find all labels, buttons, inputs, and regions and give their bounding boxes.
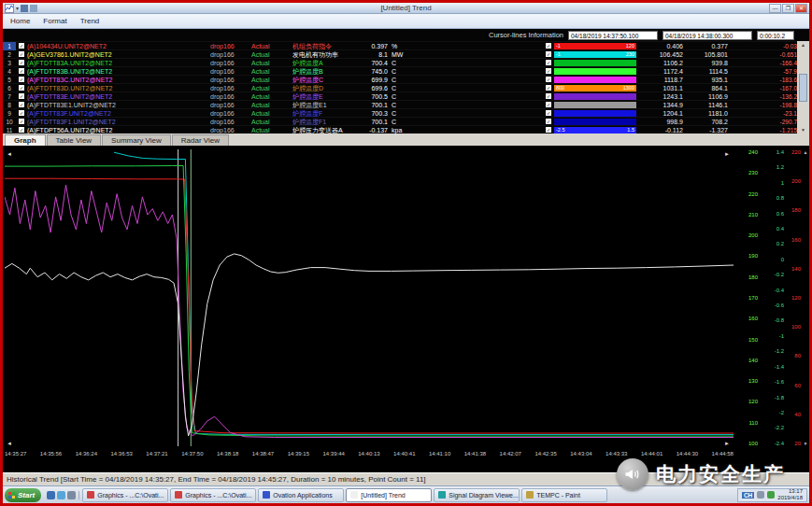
- minimize-button[interactable]: —: [769, 4, 781, 13]
- table-row[interactable]: 11✓(A)FTDPT56A.UNIT2@NET2drop166Actual炉膛…: [3, 125, 809, 134]
- y-tick: 230: [748, 170, 758, 176]
- scroll-down-icon[interactable]: ▼: [801, 127, 805, 133]
- tab-radar-view[interactable]: Radar View: [172, 134, 229, 146]
- table-row[interactable]: 2✓(A)GEV37861.UNIT2@NET2drop166Actual发电机…: [3, 49, 809, 58]
- taskbar-button[interactable]: Graphics - ...C:\Ovati...: [170, 488, 256, 502]
- mode-label: Actual: [251, 76, 292, 84]
- color-swatch[interactable]: [554, 77, 636, 83]
- x-axis-ticks: 14:35:2714:35:5614:36:2414:36:5314:37:21…: [5, 451, 734, 457]
- tab-table-view[interactable]: Table View: [47, 134, 102, 146]
- table-row[interactable]: 1✓(A)104434U.UNIT2@NET2drop166Actual机组负荷…: [3, 41, 809, 49]
- window-title: [Untitled] Trend: [3, 4, 809, 12]
- chart-scrollbar[interactable]: ▲ ▼: [803, 149, 808, 446]
- chevron-down-icon[interactable]: ▾: [16, 5, 19, 11]
- cursor-time-1-field[interactable]: 04/18/2019 14:37:50.100: [568, 31, 658, 40]
- y-tick: 120: [791, 295, 801, 301]
- color-swatch[interactable]: [554, 119, 636, 125]
- color-swatch[interactable]: [554, 68, 636, 75]
- table-row[interactable]: 6✓(A)FTDTT83D.UNIT2@NET2drop166Actual炉膛温…: [3, 83, 809, 91]
- menu-format[interactable]: Format: [43, 17, 66, 25]
- scroll-right-icon[interactable]: ►: [724, 151, 730, 157]
- scroll-up-icon[interactable]: ▲: [804, 149, 808, 155]
- quick-launch-icon-2[interactable]: [57, 491, 65, 499]
- row-checkbox[interactable]: ✓: [16, 127, 27, 133]
- table-scrollbar[interactable]: ▲ ▼: [797, 41, 809, 134]
- color-swatch[interactable]: [554, 102, 636, 108]
- start-button[interactable]: Start: [5, 488, 41, 502]
- plot-checkbox[interactable]: ✓: [543, 110, 554, 116]
- watermark: 电力安全生产: [617, 458, 785, 490]
- table-row[interactable]: 5✓(A)FTDTT83C.UNIT2@NET2drop166Actual炉膛温…: [3, 75, 809, 83]
- y-tick: 200: [748, 232, 758, 238]
- plot-checkbox[interactable]: ✓: [543, 93, 554, 99]
- color-swatch[interactable]: [554, 110, 636, 117]
- table-row[interactable]: 9✓(A)FTDTT83F.UNIT2@NET2drop166Actual炉膛温…: [3, 108, 809, 117]
- row-checkbox[interactable]: ✓: [16, 77, 27, 82]
- color-swatch[interactable]: -1120: [554, 43, 636, 49]
- quick-launch-icon-1[interactable]: [47, 491, 55, 499]
- color-swatch[interactable]: -2.51.5: [554, 127, 636, 134]
- table-row[interactable]: 8✓(A)FTDTT83E1.UNIT2@NET2drop166Actual炉膛…: [3, 100, 809, 108]
- row-checkbox[interactable]: ✓: [16, 119, 27, 124]
- row-checkbox[interactable]: ✓: [16, 85, 27, 91]
- scroll-left-icon[interactable]: ◄: [7, 441, 12, 446]
- color-swatch[interactable]: [554, 93, 636, 100]
- plot-checkbox[interactable]: ✓: [543, 51, 554, 57]
- restore-button[interactable]: ❐: [782, 4, 794, 13]
- row-checkbox[interactable]: ✓: [16, 110, 27, 116]
- row-checkbox[interactable]: ✓: [16, 102, 27, 107]
- row-checkbox[interactable]: ✓: [16, 68, 27, 74]
- menu-home[interactable]: Home: [10, 17, 30, 25]
- tab-graph[interactable]: Graph: [5, 134, 46, 146]
- y-tick: 0.6: [776, 211, 784, 217]
- row-number: 2: [3, 50, 16, 59]
- scrollbar-thumb[interactable]: [799, 74, 807, 102]
- print-icon[interactable]: [30, 5, 37, 12]
- color-swatch[interactable]: 8001300: [554, 85, 636, 91]
- row-checkbox[interactable]: ✓: [16, 60, 27, 65]
- scroll-down-icon[interactable]: ▼: [804, 441, 808, 446]
- quick-launch-icon-3[interactable]: [67, 491, 76, 499]
- point-description: 炉膛温度D: [292, 84, 350, 92]
- tray-icon-1[interactable]: [757, 491, 764, 499]
- plot-checkbox[interactable]: ✓: [543, 77, 554, 82]
- table-row[interactable]: 4✓(A)FTDTT83B.UNIT2@NET2drop166Actual炉膛温…: [3, 66, 809, 75]
- plot-checkbox[interactable]: ✓: [543, 127, 554, 133]
- point-value: 8.1: [350, 50, 388, 59]
- trend-plot[interactable]: [5, 149, 734, 446]
- taskbar-button[interactable]: TEMPC - Paint: [521, 488, 607, 502]
- table-row[interactable]: 10✓(A)FTDTT83F1.UNIT2@NET2drop166Actual炉…: [3, 117, 809, 125]
- scroll-left-icon[interactable]: ◄: [7, 151, 12, 157]
- menu-trend[interactable]: Trend: [80, 17, 100, 25]
- cursor-time-2-field[interactable]: 04/18/2019 14:38:00.300: [662, 31, 752, 40]
- table-row[interactable]: 3✓(A)FTDTT83A.UNIT2@NET2drop166Actual炉膛温…: [3, 58, 809, 66]
- drop-label: drop166: [210, 67, 251, 76]
- plot-checkbox[interactable]: ✓: [543, 85, 554, 91]
- save-icon[interactable]: [21, 5, 28, 12]
- taskbar-button[interactable]: Signal Diagram Viewe...: [434, 488, 520, 502]
- table-row[interactable]: 7✓(A)FTDTT83E.UNIT2@NET2drop166Actual炉膛温…: [3, 91, 809, 100]
- delta-value: -57.9: [758, 67, 797, 76]
- tab-summary-view[interactable]: Summary View: [102, 134, 171, 146]
- point-unit: C: [388, 92, 414, 101]
- language-indicator[interactable]: CH: [742, 492, 754, 499]
- point-unit: kpa: [388, 126, 414, 134]
- color-swatch[interactable]: -1230: [554, 51, 636, 58]
- scroll-up-icon[interactable]: ▲: [801, 42, 805, 48]
- tray-icon-2[interactable]: [767, 491, 775, 499]
- close-button[interactable]: ✕: [795, 4, 807, 13]
- plot-checkbox[interactable]: ✓: [543, 102, 554, 107]
- color-swatch[interactable]: [554, 60, 636, 66]
- plot-checkbox[interactable]: ✓: [543, 60, 554, 65]
- row-checkbox[interactable]: ✓: [16, 93, 27, 99]
- taskbar-button-icon: [87, 491, 94, 499]
- taskbar-button[interactable]: Ovation Applications: [258, 488, 344, 502]
- plot-checkbox[interactable]: ✓: [543, 43, 554, 49]
- taskbar-button[interactable]: [Untitled] Trend: [346, 488, 432, 502]
- plot-checkbox[interactable]: ✓: [543, 119, 554, 124]
- scroll-right-icon[interactable]: ►: [724, 441, 730, 446]
- row-checkbox[interactable]: ✓: [16, 43, 27, 49]
- plot-checkbox[interactable]: ✓: [543, 68, 554, 74]
- row-checkbox[interactable]: ✓: [16, 51, 27, 57]
- taskbar-button[interactable]: Graphics - ...C:\Ovati...: [82, 488, 168, 502]
